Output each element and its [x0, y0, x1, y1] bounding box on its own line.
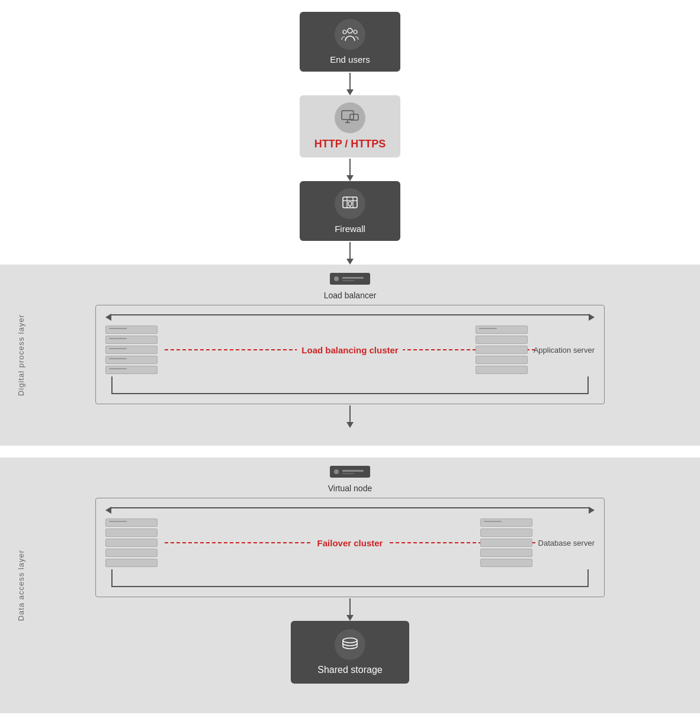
- svg-point-16: [334, 469, 339, 474]
- right-db-server: [480, 518, 532, 567]
- firewall-label: Firewall: [312, 224, 388, 234]
- arrow-2: [346, 157, 354, 181]
- left-server: [105, 326, 158, 374]
- end-users-box: End users: [300, 12, 400, 72]
- failover-top-connector: [105, 498, 595, 516]
- svg-rect-18: [342, 473, 354, 474]
- svg-rect-3: [342, 111, 354, 120]
- right-db-server-group: Database server: [480, 518, 595, 567]
- shared-storage-box: Shared storage: [291, 621, 409, 684]
- svg-rect-17: [342, 470, 364, 472]
- inter-layer-gap: [0, 446, 700, 458]
- end-users-group: End users HTTP / HTTPS: [300, 12, 400, 265]
- arrow-1: [346, 72, 354, 95]
- digital-process-label: Digital process layer: [17, 314, 25, 396]
- database-server-label: Database server: [538, 539, 595, 547]
- data-access-label: Data access layer: [17, 550, 25, 621]
- top-section: End users HTTP / HTTPS: [0, 0, 700, 265]
- svg-point-1: [343, 30, 346, 34]
- data-access-layer: Data access layer Virtual node: [0, 458, 700, 713]
- shared-storage-icon: [335, 629, 365, 660]
- svg-point-12: [334, 276, 339, 281]
- http-box: HTTP / HTTPS: [300, 95, 400, 157]
- data-access-label-container: Data access layer: [17, 458, 25, 713]
- right-server-group: Application server: [476, 326, 595, 374]
- firewall-icon: [335, 188, 365, 219]
- top-connector-row: [105, 305, 595, 323]
- digital-process-label-container: Digital process layer: [17, 265, 25, 446]
- servers-row: Load balancing cluster Applicati: [105, 326, 595, 374]
- end-users-label: End users: [312, 54, 388, 65]
- right-server: [476, 326, 528, 374]
- diagram: End users HTTP / HTTPS: [0, 0, 700, 728]
- svg-point-2: [354, 30, 357, 34]
- data-access-inner: Virtual node: [84, 463, 616, 695]
- failover-bottom-connector: [105, 569, 595, 587]
- load-balancing-cluster-label: Load balancing cluster: [297, 345, 403, 355]
- svg-rect-13: [342, 277, 364, 279]
- db-servers-row: Failover cluster Database server: [105, 518, 595, 567]
- load-balancer-node: Load balancer: [324, 270, 377, 300]
- svg-rect-14: [342, 280, 354, 281]
- arrow-4: [346, 404, 354, 428]
- bottom-connector-row: [105, 376, 595, 394]
- shared-storage-label: Shared storage: [303, 665, 397, 675]
- left-db-server: [105, 518, 158, 567]
- failover-cluster-label: Failover cluster: [313, 538, 388, 548]
- digital-process-inner: Load balancer: [84, 270, 616, 428]
- firewall-box: Firewall: [300, 181, 400, 241]
- svg-point-0: [348, 28, 352, 33]
- arrow-3: [346, 241, 354, 265]
- virtual-node: Virtual node: [328, 463, 372, 493]
- load-balancing-cluster-box: Load balancing cluster Applicati: [95, 305, 605, 404]
- svg-point-19: [343, 638, 357, 643]
- virtual-node-label: Virtual node: [328, 484, 372, 493]
- http-label: HTTP / HTTPS: [312, 138, 388, 150]
- arrow-5: [346, 597, 354, 621]
- digital-process-layer: Digital process layer Load balancer: [0, 265, 700, 446]
- load-balancer-label: Load balancer: [324, 291, 377, 300]
- http-icon: [335, 102, 365, 133]
- end-users-icon: [335, 19, 365, 50]
- application-server-label: Application server: [534, 346, 595, 355]
- failover-cluster-box: Failover cluster Database server: [95, 498, 605, 597]
